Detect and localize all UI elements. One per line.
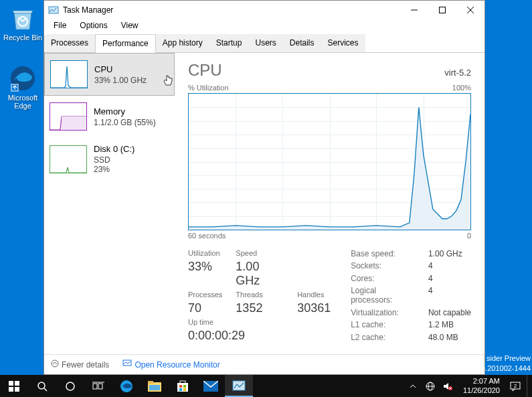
stat-label: L1 cache:	[351, 320, 418, 330]
taskbar-app-edge[interactable]	[112, 375, 141, 397]
tab-details[interactable]: Details	[283, 34, 321, 52]
svg-rect-28	[183, 385, 186, 388]
svg-point-15	[38, 382, 45, 389]
taskbar-app-taskmanager[interactable]	[225, 375, 253, 397]
desktop-icon-edge[interactable]: Microsoft Edge	[3, 64, 43, 110]
tab-apphistory[interactable]: App history	[156, 34, 209, 52]
svg-marker-36	[444, 383, 448, 390]
stats-main: Utilization Speed 33% 1.00 GHz Processes…	[188, 249, 331, 343]
svg-rect-13	[9, 387, 13, 392]
taskbar: 2:07 AM 11/26/2020 2	[0, 375, 532, 397]
resource-monitor-label: Open Resource Monitor	[135, 360, 219, 370]
stat-value: 0:00:00:29	[188, 329, 331, 343]
recycle-bin-icon	[9, 4, 37, 32]
memory-thumbnail	[50, 102, 87, 131]
minimize-button[interactable]	[400, 1, 428, 19]
taskbar-app-explorer[interactable]	[141, 375, 169, 397]
stat-value: 30361	[297, 301, 331, 315]
svg-rect-18	[93, 384, 97, 389]
maximize-button[interactable]	[428, 1, 456, 19]
tab-users[interactable]: Users	[248, 34, 282, 52]
stat-value: 33%	[188, 260, 222, 288]
tab-services[interactable]: Services	[321, 34, 365, 52]
taskbar-app-mail[interactable]	[197, 375, 225, 397]
system-tray: 2:07 AM 11/26/2020 2	[407, 375, 532, 397]
edge-icon	[9, 64, 37, 92]
details-title: CPU	[188, 61, 222, 80]
sidebar-item-title: CPU	[94, 64, 147, 74]
svg-rect-5	[440, 7, 446, 13]
details-header: CPU virt-5.2	[188, 61, 471, 80]
menu-view[interactable]: View	[114, 19, 145, 34]
svg-rect-11	[9, 381, 13, 386]
close-button[interactable]	[456, 1, 484, 19]
sidebar-item-memory[interactable]: Memory 1.1/2.0 GB (55%)	[44, 96, 175, 137]
chart-bottom-axis: 60 seconds 0	[188, 232, 471, 240]
tray-clock[interactable]: 2:07 AM 11/26/2020	[459, 377, 504, 394]
search-button[interactable]	[28, 375, 56, 397]
sidebar-item-sub2: 23%	[94, 165, 135, 174]
svg-point-17	[66, 382, 74, 390]
svg-line-16	[44, 388, 47, 391]
stat-value: 4	[428, 261, 471, 271]
tab-performance[interactable]: Performance	[95, 34, 156, 53]
tray-volume-icon[interactable]	[442, 382, 454, 390]
sidebar-item-sub: 1.1/2.0 GB (55%)	[94, 118, 156, 127]
content-area: CPU 33% 1.00 GHz Memory 1.1/2.0 GB (55%)	[44, 53, 484, 354]
tabs: Processes Performance App history Startu…	[44, 34, 484, 53]
stat-label: Sockets:	[351, 261, 418, 271]
sidebar-item-sub: 33% 1.00 GHz	[94, 76, 147, 85]
tray-chevron-icon[interactable]	[407, 383, 419, 390]
stat-value: 1.2 MB	[428, 320, 471, 330]
desktop-icon-label: Microsoft Edge	[8, 94, 38, 110]
menu-options[interactable]: Options	[73, 19, 114, 34]
show-desktop-button[interactable]	[527, 375, 529, 397]
stat-label: Base speed:	[351, 249, 418, 259]
tab-startup[interactable]: Startup	[209, 34, 249, 52]
svg-rect-12	[15, 381, 19, 386]
tab-processes[interactable]: Processes	[44, 34, 95, 52]
taskview-button[interactable]	[84, 375, 112, 397]
window-title: Task Manager	[63, 5, 400, 15]
svg-rect-29	[179, 388, 182, 391]
svg-text:2: 2	[514, 383, 517, 389]
svg-rect-32	[233, 381, 245, 390]
taskbar-app-store[interactable]	[169, 375, 197, 397]
window-footer: Fewer details Open Resource Monitor	[44, 354, 484, 374]
svg-rect-23	[148, 381, 153, 384]
watermark-line: e.201002-1444	[481, 364, 531, 373]
fewer-details-label: Fewer details	[62, 360, 109, 370]
stat-value: 4	[428, 274, 471, 284]
svg-rect-8	[62, 116, 87, 131]
tray-time: 2:07 AM	[463, 377, 500, 386]
menubar: File Options View	[44, 19, 484, 34]
fewer-details-button[interactable]: Fewer details	[51, 360, 109, 370]
details-pane: CPU virt-5.2 % Utilization 100% 60 secon…	[175, 53, 484, 354]
tray-network-icon[interactable]	[424, 382, 436, 391]
tray-notifications-icon[interactable]: 2	[509, 381, 521, 392]
sidebar-item-cpu[interactable]: CPU 33% 1.00 GHz	[44, 53, 175, 96]
sidebar-item-labels: Disk 0 (C:) SSD 23%	[94, 144, 135, 174]
stat-label: Virtualization:	[351, 308, 418, 318]
cpu-chart	[188, 93, 471, 230]
tray-date: 11/26/2020	[463, 386, 500, 395]
start-button[interactable]	[0, 375, 28, 397]
sidebar-item-title: Memory	[94, 106, 156, 116]
stat-label: Utilization	[188, 249, 222, 257]
sidebar-item-labels: Memory 1.1/2.0 GB (55%)	[94, 106, 156, 127]
resource-monitor-button[interactable]: Open Resource Monitor	[122, 360, 219, 370]
disk-thumbnail	[50, 145, 87, 173]
svg-rect-27	[179, 385, 182, 388]
stat-label: Logical processors:	[351, 286, 418, 305]
sidebar-item-disk[interactable]: Disk 0 (C:) SSD 23%	[44, 137, 175, 181]
svg-rect-3	[49, 7, 58, 13]
stat-label: Processes	[188, 291, 222, 299]
titlebar[interactable]: Task Manager	[44, 1, 484, 19]
menu-file[interactable]: File	[47, 19, 73, 34]
desktop-icon-recycle-bin[interactable]: Recycle Bin	[3, 4, 43, 42]
cpu-thumbnail	[50, 60, 88, 88]
app-icon	[48, 5, 59, 15]
task-manager-window: Task Manager File Options View Processes…	[43, 0, 485, 375]
cortana-button[interactable]	[56, 375, 84, 397]
stat-value: 48.0 MB	[428, 333, 471, 343]
